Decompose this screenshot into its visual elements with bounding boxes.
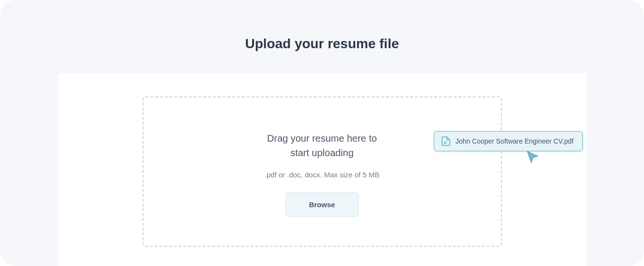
page-title: Upload your resume file [0,36,644,52]
upload-card: Drag your resume here to start uploading… [58,73,586,266]
dropzone-instruction-line1: Drag your resume here to [267,133,377,144]
dropzone-file-requirements: .pdf or .doc, docx. Max size of 5 MB [153,171,491,179]
upload-page: Upload your resume file Drag your resume… [0,0,644,266]
file-dropzone[interactable]: Drag your resume here to start uploading… [143,96,502,247]
dropzone-instruction-line2: start uploading [290,147,353,158]
file-document-icon [441,136,451,146]
browse-button[interactable]: Browse [285,192,359,217]
dragged-file-name: John Cooper Software Engineer CV.pdf [456,137,574,145]
cursor-pointer-icon [526,150,540,164]
dragged-file-chip[interactable]: John Cooper Software Engineer CV.pdf [434,131,583,151]
